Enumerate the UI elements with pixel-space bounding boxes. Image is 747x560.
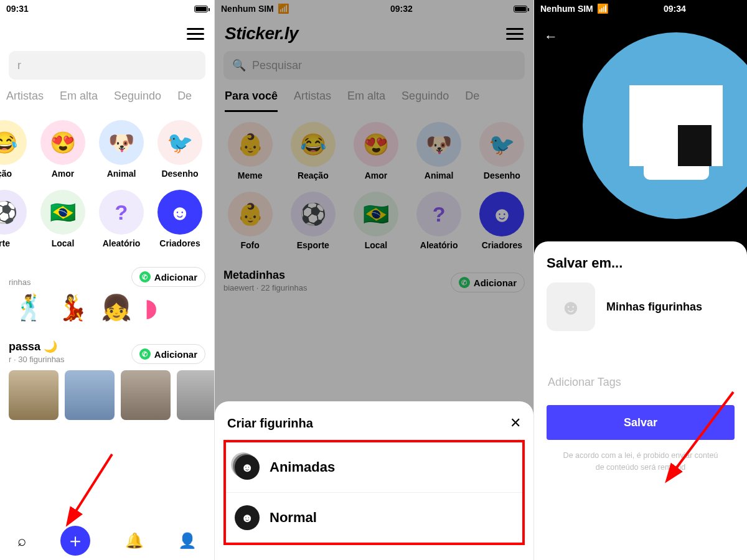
sticker-pack-2[interactable]: passa 🌙 r · 30 figurinhas ✆ Adicionar: [0, 340, 214, 420]
status-time: 09:34: [664, 4, 686, 14]
category-criadores[interactable]: ☻Criadores: [151, 190, 209, 248]
svg-line-0: [68, 454, 112, 523]
whatsapp-icon: ✆: [139, 271, 151, 282]
create-sticker-button[interactable]: ＋: [60, 526, 90, 556]
annotation-highlight-box: ☻ Animadas ☻ Normal: [223, 440, 525, 545]
tags-placeholder: Adicionar Tags: [548, 376, 621, 388]
screenshot-1: 09:31 r Artistas Em alta Seguindo De 😂çã…: [0, 0, 214, 560]
screenshot-2: Nenhum SIM 📶 09:32 Sticker.ly 🔍 Pesquisa…: [214, 0, 533, 560]
add-pack-button[interactable]: ✆ Adicionar: [131, 267, 205, 287]
save-button[interactable]: Salvar: [547, 405, 735, 440]
legal-disclaimer: De acordo com a lei, é probido enviar co…: [547, 450, 735, 474]
bottom-nav: ⌕ ＋ 🔔 👤: [0, 521, 214, 560]
carrier-label: Nenhum SIM: [540, 4, 593, 14]
status-time: 09:31: [6, 4, 29, 14]
category-amor[interactable]: 😍Amor: [34, 120, 92, 179]
pack-thumbnail: ☻: [547, 282, 595, 331]
search-placeholder: r: [17, 59, 21, 72]
pack-subtitle: rinhas: [9, 278, 31, 287]
close-icon[interactable]: ✕: [510, 415, 521, 431]
category-animal[interactable]: 🐶Animal: [92, 120, 151, 179]
animated-sticker-icon: ☻: [235, 455, 260, 480]
tab-artistas[interactable]: Artistas: [6, 90, 44, 110]
option-normal[interactable]: ☻ Normal: [226, 492, 522, 543]
destination-pack[interactable]: ☻ Minhas figurinhas: [547, 282, 735, 331]
status-bar: Nenhum SIM 📶 09:34: [534, 0, 747, 17]
status-bar: 09:31: [0, 0, 214, 17]
sticker-preview-area: Nenhum SIM 📶 09:34 ←: [534, 0, 747, 255]
category-desenho[interactable]: 🐦Desenho: [151, 120, 209, 179]
nav-notifications-icon[interactable]: 🔔: [125, 532, 144, 549]
tags-input[interactable]: Adicionar Tags: [547, 368, 735, 396]
search-input[interactable]: r: [9, 51, 205, 80]
pack-label: Minhas figurinhas: [606, 301, 702, 314]
sticker-thumbnails: [9, 370, 205, 420]
battery-icon: [194, 6, 208, 12]
tab-seguindo[interactable]: Seguindo: [114, 90, 161, 110]
pack-title: passa 🌙: [9, 340, 65, 353]
sticker-previews: 🕺💃👧◗: [9, 287, 205, 322]
option-animated[interactable]: ☻ Animadas: [226, 442, 522, 492]
app-logo: [10, 24, 14, 44]
sheet-title: Criar figurinha: [227, 416, 313, 431]
sticker-pack-1[interactable]: rinhas ✆ Adicionar 🕺💃👧◗: [0, 267, 214, 322]
category-grid: 😂ção 😍Amor 🐶Animal 🐦Desenho ⚽rte 🇧🇷Local…: [0, 110, 214, 263]
category-esporte[interactable]: ⚽rte: [0, 190, 34, 248]
nav-search-icon[interactable]: ⌕: [17, 532, 26, 549]
save-sheet: Salvar em... ☻ Minhas figurinhas Adicion…: [534, 241, 747, 560]
category-aleatorio[interactable]: ?Aleatório: [92, 190, 151, 248]
whatsapp-icon: ✆: [139, 348, 151, 360]
pack-subtitle: r · 30 figurinhas: [9, 355, 65, 364]
menu-icon[interactable]: [187, 28, 204, 40]
create-sticker-sheet: Criar figurinha ✕ ☻ Animadas ☻ Normal: [215, 401, 533, 560]
tab-descobrir[interactable]: De: [177, 90, 192, 110]
back-icon[interactable]: ←: [544, 29, 558, 45]
screenshot-3: Nenhum SIM 📶 09:34 ← Salvar em... ☻ Minh…: [533, 0, 747, 560]
category-local[interactable]: 🇧🇷Local: [34, 190, 92, 248]
add-pack-button[interactable]: ✆ Adicionar: [131, 344, 205, 364]
app-header: [0, 17, 214, 47]
wifi-icon: 📶: [597, 3, 609, 14]
tab-em-alta[interactable]: Em alta: [60, 90, 98, 110]
normal-sticker-icon: ☻: [235, 505, 260, 530]
nav-profile-icon[interactable]: 👤: [178, 532, 197, 549]
sticker-preview-image: [583, 32, 747, 219]
category-tabs: Artistas Em alta Seguindo De: [0, 86, 214, 110]
sheet-title: Salvar em...: [547, 255, 735, 271]
category-reacao[interactable]: 😂ção: [0, 120, 34, 179]
